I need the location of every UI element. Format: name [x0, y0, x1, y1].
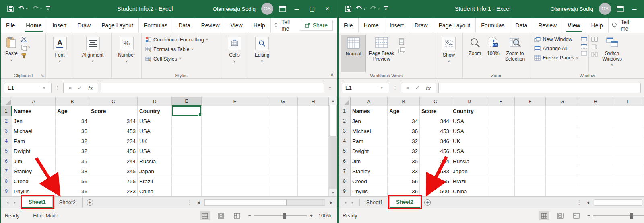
name-box[interactable]: ▾: [4, 83, 52, 93]
row-header-2[interactable]: 2: [1, 116, 12, 126]
sheet-tab-sheet1[interactable]: Sheet1: [360, 197, 390, 208]
new-sheet-button[interactable]: +: [83, 197, 97, 208]
zoom-slider[interactable]: −: [587, 213, 644, 219]
cell-g5[interactable]: [546, 146, 579, 156]
cell-h5[interactable]: [579, 146, 612, 156]
cell-d9[interactable]: China: [138, 186, 172, 196]
column-header-h[interactable]: H: [298, 97, 329, 106]
prev-sheet-icon[interactable]: ◂: [344, 200, 346, 205]
cell-a2[interactable]: Jen: [12, 116, 56, 126]
cell-d2[interactable]: USA: [451, 116, 487, 126]
cell-b3[interactable]: 36: [388, 126, 420, 136]
cell-g7[interactable]: [546, 166, 579, 176]
cell-d8[interactable]: Brazil: [138, 176, 172, 186]
cell-c8[interactable]: 755: [420, 176, 451, 186]
cell-g2[interactable]: [268, 116, 298, 126]
cell-c4[interactable]: 346: [420, 136, 451, 146]
save-button[interactable]: [7, 6, 14, 12]
cell-g3[interactable]: [268, 126, 298, 136]
cell-g9[interactable]: [546, 186, 579, 196]
cell-e9[interactable]: [487, 186, 515, 196]
cell-a5[interactable]: Dwight: [351, 146, 388, 156]
number-menu-button[interactable]: % Number ˅: [116, 35, 137, 72]
page-break-preview-button[interactable]: Page Break Preview: [366, 35, 397, 72]
cell-f8[interactable]: [202, 176, 268, 186]
name-box-dropdown-icon[interactable]: ▾: [39, 86, 49, 90]
cell-f2[interactable]: [515, 116, 546, 126]
row-header-1[interactable]: 1: [1, 106, 12, 116]
row-header-4[interactable]: 4: [1, 136, 12, 146]
scroll-right-icon[interactable]: ▶: [328, 200, 335, 205]
cell-d4[interactable]: UK: [138, 136, 172, 146]
cell-f6[interactable]: [202, 156, 268, 166]
horizontal-scroll-thumb[interactable]: [594, 200, 642, 205]
row-header-9[interactable]: 9: [339, 186, 351, 196]
cell-c4[interactable]: 234: [89, 136, 138, 146]
cell-f7[interactable]: [202, 166, 268, 176]
cell-f4[interactable]: [515, 136, 546, 146]
zoom-slider-thumb[interactable]: [283, 213, 286, 219]
formula-input[interactable]: [101, 83, 324, 93]
cell-e6[interactable]: [172, 156, 202, 166]
row-header-7[interactable]: 7: [1, 166, 12, 176]
cell-c7[interactable]: 345: [89, 166, 138, 176]
cell-h8[interactable]: [298, 176, 329, 186]
share-button[interactable]: Share: [300, 20, 333, 31]
row-header-3[interactable]: 3: [1, 126, 12, 136]
page-break-view-button[interactable]: [571, 211, 582, 220]
redo-button[interactable]: ˅: [369, 6, 380, 12]
cell-h2[interactable]: [579, 116, 612, 126]
minimize-button[interactable]: ─: [630, 6, 639, 12]
row-header-3[interactable]: 3: [339, 126, 351, 136]
row-header-8[interactable]: 8: [339, 176, 351, 186]
ribbon-tab-page-layout[interactable]: Page Layout: [433, 18, 476, 33]
normal-view-button[interactable]: [200, 211, 210, 220]
row-header-5[interactable]: 5: [339, 146, 351, 156]
cell-c5[interactable]: 456: [420, 146, 451, 156]
zoom-to-selection-button[interactable]: Zoom to Selection: [502, 35, 528, 72]
conditional-formatting-button[interactable]: Conditional Formatting˅: [144, 36, 209, 43]
ribbon-tab-draw[interactable]: Draw: [72, 18, 96, 33]
cell-i5[interactable]: [612, 146, 644, 156]
cell-f1[interactable]: [202, 106, 268, 116]
cell-h6[interactable]: [298, 156, 329, 166]
cell-e9[interactable]: [172, 186, 202, 196]
tell-me[interactable]: Tell me: [271, 19, 296, 32]
cell-c6[interactable]: 244: [89, 156, 138, 166]
select-all-button[interactable]: [1, 97, 12, 106]
zoom-percentage[interactable]: 100%: [318, 213, 333, 219]
freeze-panes-button[interactable]: Freeze Panes˅: [533, 54, 579, 61]
cell-h7[interactable]: [298, 166, 329, 176]
cell-c2[interactable]: 344: [89, 116, 138, 126]
unhide-button[interactable]: [581, 51, 587, 56]
column-header-g[interactable]: G: [268, 97, 298, 106]
cell-c3[interactable]: 453: [89, 126, 138, 136]
sheet-tab-sheet1[interactable]: Sheet1: [22, 197, 53, 208]
row-header-7[interactable]: 7: [339, 166, 351, 176]
cell-h2[interactable]: [298, 116, 329, 126]
cell-f9[interactable]: [515, 186, 546, 196]
cell-c2[interactable]: 344: [420, 116, 451, 126]
column-header-a[interactable]: A: [351, 97, 388, 106]
editing-menu-button[interactable]: Editing ˅: [253, 35, 272, 72]
cell-d1[interactable]: Country: [138, 106, 172, 116]
ribbon-tab-review[interactable]: Review: [533, 18, 562, 33]
cell-b9[interactable]: 36: [388, 186, 420, 196]
ribbon-tab-formulas[interactable]: Formulas: [476, 18, 510, 33]
cell-f3[interactable]: [202, 126, 268, 136]
cell-e5[interactable]: [172, 146, 202, 156]
zoom-button[interactable]: Zoom: [465, 35, 484, 72]
cell-a4[interactable]: Pam: [351, 136, 388, 146]
name-box-dropdown-icon[interactable]: ▾: [377, 86, 386, 90]
column-header-f[interactable]: F: [515, 97, 546, 106]
column-header-a[interactable]: A: [12, 97, 56, 106]
row-header-6[interactable]: 6: [339, 156, 351, 166]
cell-f8[interactable]: [515, 176, 546, 186]
save-button[interactable]: [345, 6, 351, 12]
cell-i9[interactable]: [612, 186, 644, 196]
synchronous-scrolling-button[interactable]: [591, 44, 598, 49]
maximize-button[interactable]: ▢: [307, 5, 317, 12]
cell-f5[interactable]: [515, 146, 546, 156]
cell-i8[interactable]: [612, 176, 644, 186]
page-layout-view-button[interactable]: [216, 211, 226, 220]
